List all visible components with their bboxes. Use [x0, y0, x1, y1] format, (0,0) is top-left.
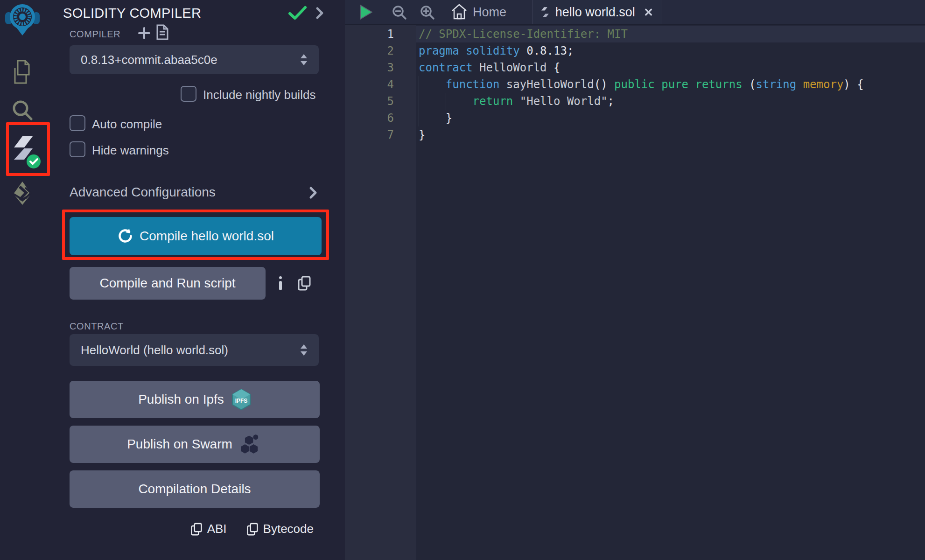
- ipfs-icon: IPFS: [231, 389, 251, 410]
- code-line: 7}: [345, 126, 925, 143]
- copy-bytecode-button[interactable]: Bytecode: [246, 522, 314, 536]
- code-line: 1// SPDX-License-Identifier: MIT: [345, 26, 925, 42]
- line-number: 4: [345, 76, 394, 93]
- add-compiler-icon[interactable]: [138, 27, 151, 40]
- publish-swarm-button[interactable]: Publish on Swarm: [70, 426, 320, 463]
- hide-warnings-label: Hide warnings: [92, 143, 169, 158]
- code-text: contract HelloWorld {: [419, 59, 560, 76]
- code-line: 3contract HelloWorld {: [345, 59, 925, 76]
- deploy-run-icon[interactable]: [11, 181, 35, 205]
- swarm-icon: [240, 433, 262, 455]
- close-tab-icon[interactable]: [645, 7, 652, 18]
- compiler-section-label: COMPILER: [70, 29, 120, 40]
- compiler-file-icon[interactable]: [156, 24, 168, 40]
- copy-icon: [246, 522, 259, 536]
- publish-ipfs-label: Publish on Ipfs: [138, 392, 224, 407]
- search-icon[interactable]: [11, 99, 34, 121]
- contract-select[interactable]: HelloWorld (hello world.sol): [70, 334, 319, 366]
- compile-button-label: Compile hello world.sol: [140, 229, 274, 244]
- nightly-builds-label: Include nightly builds: [203, 88, 315, 102]
- compiled-check-icon: [288, 6, 308, 21]
- auto-compile-checkbox[interactable]: [70, 115, 85, 131]
- code-text: function sayHelloWorld() public pure ret…: [419, 76, 864, 93]
- solidity-file-icon: [541, 5, 549, 19]
- code-text: return "Hello World";: [419, 93, 614, 110]
- code-editor[interactable]: 1// SPDX-License-Identifier: MIT2pragma …: [345, 25, 925, 560]
- copy-icon: [190, 522, 203, 536]
- file-explorer-icon[interactable]: [11, 59, 35, 85]
- code-text: }: [419, 126, 425, 143]
- advanced-configurations[interactable]: Advanced Configurations: [70, 185, 216, 200]
- copy-abi-button[interactable]: ABI: [190, 522, 227, 536]
- remix-logo-icon: [5, 3, 40, 36]
- compile-and-run-label: Compile and Run script: [99, 276, 235, 291]
- info-icon[interactable]: [279, 276, 282, 290]
- compile-and-run-button[interactable]: Compile and Run script: [70, 267, 266, 300]
- abi-bytecode-row: ABI Bytecode: [190, 522, 314, 536]
- panel-title: SOLIDITY COMPILER: [63, 6, 201, 21]
- zoom-in-icon[interactable]: [420, 5, 435, 21]
- compile-button[interactable]: Compile hello world.sol: [70, 217, 322, 255]
- line-number: 3: [345, 59, 394, 76]
- compiler-version-select[interactable]: 0.8.13+commit.abaa5c0e: [70, 45, 319, 74]
- bytecode-label: Bytecode: [263, 522, 314, 536]
- abi-label: ABI: [207, 522, 227, 536]
- line-number: 7: [345, 126, 394, 143]
- tab-hello-world-sol[interactable]: hello world.sol: [533, 0, 661, 24]
- publish-ipfs-button[interactable]: Publish on Ipfs IPFS: [70, 381, 320, 418]
- compilation-details-label: Compilation Details: [138, 482, 251, 497]
- advanced-chevron-icon[interactable]: [308, 186, 318, 200]
- line-number: 2: [345, 42, 394, 59]
- tab-file-label: hello world.sol: [555, 5, 635, 20]
- home-icon: [451, 4, 467, 21]
- code-text: }: [419, 110, 452, 126]
- remix-ide-window: SOLIDITY COMPILER COMPILER 0.8.13: [0, 0, 925, 560]
- code-line: 6 }: [345, 110, 925, 126]
- line-number: 6: [345, 110, 394, 126]
- publish-swarm-label: Publish on Swarm: [127, 437, 232, 452]
- editor-area: Home hello world.sol 1// SPDX-License-Id…: [345, 0, 925, 560]
- code-line: 4 function sayHelloWorld() public pure r…: [345, 76, 925, 93]
- refresh-icon: [117, 229, 132, 244]
- ipfs-badge-text: IPFS: [235, 398, 247, 404]
- panel-chevron-right-icon[interactable]: [315, 7, 324, 20]
- solidity-compiler-icon[interactable]: [12, 135, 41, 171]
- auto-compile-label: Auto compile: [92, 117, 162, 132]
- select-arrows-icon: [300, 53, 308, 66]
- contract-section-label: CONTRACT: [70, 321, 124, 332]
- code-text: pragma solidity 0.8.13;: [419, 42, 574, 59]
- contract-select-value: HelloWorld (hello world.sol): [81, 343, 228, 357]
- tab-home-label: Home: [473, 5, 506, 20]
- select-arrows-icon: [300, 343, 308, 357]
- code-lines: 1// SPDX-License-Identifier: MIT2pragma …: [345, 26, 925, 143]
- compilation-details-button[interactable]: Compilation Details: [70, 470, 320, 508]
- code-line: 2pragma solidity 0.8.13;: [345, 42, 925, 59]
- line-number: 1: [345, 26, 394, 42]
- zoom-out-icon[interactable]: [392, 5, 407, 21]
- editor-tabbar: Home hello world.sol: [345, 0, 925, 25]
- icon-rail: [0, 0, 45, 560]
- copy-script-icon[interactable]: [297, 275, 311, 291]
- hide-warnings-checkbox[interactable]: [70, 141, 85, 157]
- tab-home[interactable]: Home: [451, 4, 506, 21]
- compiler-version-value: 0.8.13+commit.abaa5c0e: [81, 53, 217, 67]
- solidity-compiler-panel: SOLIDITY COMPILER COMPILER 0.8.13: [45, 0, 344, 560]
- code-line: 5 return "Hello World";: [345, 93, 925, 110]
- line-number: 5: [345, 93, 394, 110]
- code-text: // SPDX-License-Identifier: MIT: [419, 26, 628, 42]
- nightly-builds-checkbox[interactable]: [181, 86, 196, 102]
- run-script-play-button[interactable]: [359, 4, 373, 20]
